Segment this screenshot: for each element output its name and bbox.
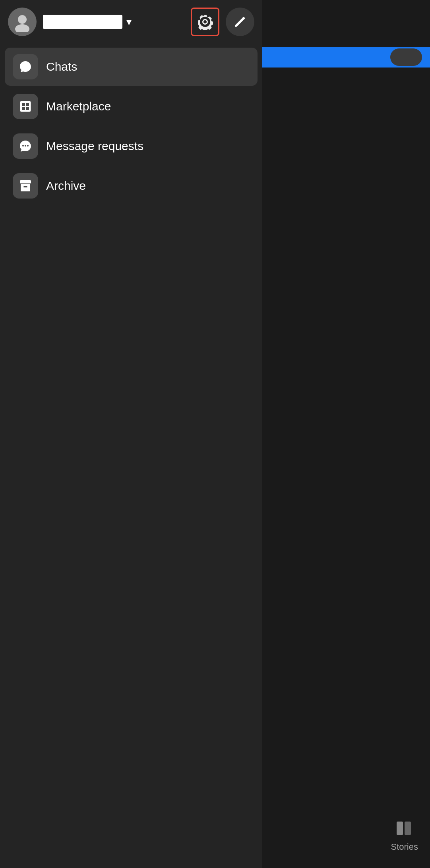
message-requests-icon-wrap <box>13 133 38 159</box>
avatar-icon <box>12 12 33 32</box>
menu-item-marketplace[interactable]: Marketplace <box>5 87 258 125</box>
svg-point-9 <box>25 145 26 147</box>
menu-list: Chats Marketplace <box>0 44 262 209</box>
drawer-panel: ▾ <box>0 0 262 868</box>
toggle-pill[interactable] <box>390 48 422 66</box>
svg-point-0 <box>18 15 27 24</box>
message-requests-icon <box>18 139 33 153</box>
compose-button[interactable] <box>226 8 254 36</box>
header: ▾ <box>0 0 262 44</box>
svg-rect-11 <box>20 180 31 183</box>
avatar[interactable] <box>8 8 37 36</box>
svg-rect-2 <box>20 101 31 112</box>
right-panel <box>262 0 430 868</box>
archive-icon <box>18 179 33 193</box>
svg-rect-13 <box>397 822 403 835</box>
settings-button[interactable] <box>191 8 219 36</box>
stories-area[interactable]: Stories <box>391 816 418 852</box>
svg-rect-4 <box>22 103 25 106</box>
stories-svg-icon <box>395 818 415 838</box>
stories-icon <box>393 816 416 840</box>
svg-rect-12 <box>23 186 27 187</box>
marketplace-icon-wrap <box>13 94 38 119</box>
toggle-area <box>262 47 430 68</box>
header-right <box>191 8 254 36</box>
chevron-down-icon[interactable]: ▾ <box>126 16 132 28</box>
archive-icon-wrap <box>13 173 38 199</box>
gear-icon <box>197 14 213 30</box>
pencil-icon <box>233 15 247 29</box>
svg-rect-5 <box>26 103 29 106</box>
chat-icon-wrap <box>13 54 38 79</box>
svg-point-10 <box>27 145 29 147</box>
message-requests-label: Message requests <box>46 139 143 153</box>
chats-label: Chats <box>46 60 77 73</box>
menu-item-archive[interactable]: Archive <box>5 167 258 205</box>
svg-rect-6 <box>22 107 25 110</box>
menu-item-chats[interactable]: Chats <box>5 48 258 86</box>
menu-item-message-requests[interactable]: Message requests <box>5 127 258 165</box>
username-bar: ▾ <box>43 15 184 29</box>
svg-rect-7 <box>26 107 29 110</box>
svg-rect-14 <box>405 822 411 835</box>
marketplace-label: Marketplace <box>46 100 111 113</box>
archive-label: Archive <box>46 179 86 193</box>
username-block <box>43 15 122 29</box>
chat-bubble-icon <box>18 60 33 74</box>
svg-point-8 <box>22 145 24 147</box>
stories-label: Stories <box>391 842 418 852</box>
marketplace-icon <box>18 99 33 114</box>
svg-point-1 <box>15 24 29 32</box>
